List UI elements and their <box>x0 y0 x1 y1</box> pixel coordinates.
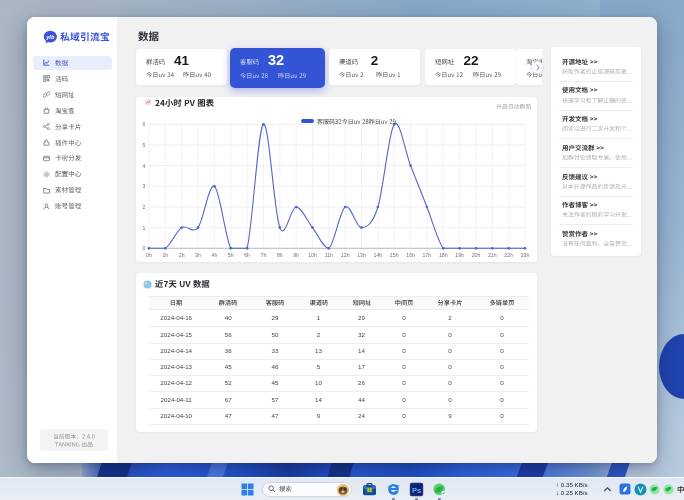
svg-text:15h: 15h <box>390 252 399 258</box>
svg-text:14h: 14h <box>374 252 383 258</box>
svg-text:4h: 4h <box>212 252 218 258</box>
svg-text:4: 4 <box>143 163 146 169</box>
svg-text:17h: 17h <box>423 252 432 258</box>
svg-text:16h: 16h <box>406 252 415 258</box>
svg-text:Ps: Ps <box>412 486 421 495</box>
svg-text:3: 3 <box>143 183 146 189</box>
svg-text:7h: 7h <box>261 252 267 258</box>
svg-text:12h: 12h <box>341 252 350 258</box>
svg-text:23h: 23h <box>521 252 530 258</box>
svg-text:8h: 8h <box>277 252 283 258</box>
svg-text:11h: 11h <box>325 252 333 258</box>
svg-text:2h: 2h <box>179 252 185 258</box>
svg-text:20h: 20h <box>472 252 481 258</box>
svg-text:19h: 19h <box>455 252 464 258</box>
svg-text:1: 1 <box>143 225 146 231</box>
svg-text:2: 2 <box>143 204 146 210</box>
svg-text:21h: 21h <box>488 252 497 258</box>
svg-text:3h: 3h <box>195 252 201 258</box>
svg-text:18h: 18h <box>439 252 448 258</box>
svg-text:5: 5 <box>143 142 146 148</box>
svg-text:0: 0 <box>143 245 146 251</box>
svg-text:6: 6 <box>143 121 146 127</box>
svg-text:6h: 6h <box>244 252 250 258</box>
svg-text:1h: 1h <box>162 252 168 258</box>
svg-text:10h: 10h <box>308 252 317 258</box>
svg-text:0h: 0h <box>146 252 152 258</box>
svg-text:9h: 9h <box>293 252 299 258</box>
svg-text:5h: 5h <box>228 252 234 258</box>
svg-text:22h: 22h <box>504 252 513 258</box>
svg-text:13h: 13h <box>357 252 366 258</box>
